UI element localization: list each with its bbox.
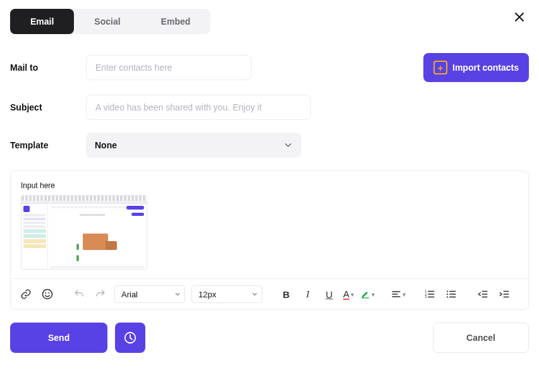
- highlighter-icon: [360, 289, 370, 299]
- template-label: Template: [10, 140, 73, 150]
- svg-point-1: [45, 292, 47, 294]
- chevron-down-icon: ▾: [372, 291, 375, 298]
- clock-icon: [123, 331, 137, 345]
- mail-to-label: Mail to: [10, 62, 73, 73]
- template-select[interactable]: None: [86, 133, 301, 158]
- cancel-button[interactable]: Cancel: [433, 323, 529, 353]
- editor-container: Input here: [10, 170, 529, 310]
- close-button[interactable]: [511, 9, 528, 25]
- italic-button[interactable]: I: [300, 287, 315, 302]
- svg-rect-3: [361, 297, 369, 298]
- template-row: Template None: [10, 133, 529, 158]
- ordered-list-button[interactable]: 123: [422, 287, 437, 302]
- chevron-down-icon: [174, 291, 181, 297]
- thumb-main: [48, 204, 147, 269]
- tab-embed[interactable]: Embed: [141, 9, 211, 34]
- footer-actions: Send Cancel: [10, 323, 529, 353]
- chevron-down-icon: [251, 291, 258, 297]
- redo-icon: [95, 288, 106, 300]
- chevron-down-icon: [284, 141, 293, 150]
- link-button[interactable]: [18, 287, 33, 302]
- template-selected-value: None: [95, 140, 117, 150]
- emoji-button[interactable]: [40, 287, 55, 302]
- indent-button[interactable]: [497, 287, 512, 302]
- unordered-list-button[interactable]: [444, 287, 459, 302]
- editor-placeholder: Input here: [21, 181, 518, 190]
- text-color-icon: A: [343, 289, 349, 300]
- mail-to-input[interactable]: [86, 55, 251, 80]
- align-left-icon: [391, 289, 401, 299]
- subject-input[interactable]: [86, 95, 311, 120]
- bold-button[interactable]: B: [279, 287, 294, 302]
- tab-social[interactable]: Social: [74, 9, 140, 34]
- import-contacts-label: Import contacts: [452, 62, 519, 73]
- highlight-button[interactable]: ▾: [360, 287, 375, 302]
- close-icon: [514, 11, 525, 23]
- video-thumbnail[interactable]: [21, 195, 147, 270]
- mail-to-row: Mail to + Import contacts: [10, 53, 529, 82]
- schedule-button[interactable]: [115, 323, 145, 353]
- svg-text:3: 3: [425, 295, 427, 299]
- svg-point-7: [447, 290, 448, 292]
- undo-icon: [73, 288, 85, 300]
- indent-icon: [499, 288, 510, 300]
- smile-icon: [41, 288, 54, 300]
- align-button[interactable]: ▾: [391, 287, 406, 302]
- subject-row: Subject: [10, 95, 529, 120]
- import-contacts-button[interactable]: + Import contacts: [423, 53, 529, 82]
- outdent-button[interactable]: [475, 287, 490, 302]
- redo-button[interactable]: [93, 287, 108, 302]
- underline-button[interactable]: U: [322, 287, 337, 302]
- underline-icon: U: [326, 289, 333, 300]
- svg-point-0: [43, 290, 52, 299]
- send-button[interactable]: Send: [10, 323, 107, 353]
- svg-point-9: [447, 296, 448, 297]
- chevron-down-icon: ▾: [351, 291, 354, 298]
- undo-button[interactable]: [71, 287, 87, 302]
- bold-icon: B: [283, 289, 290, 300]
- svg-point-8: [447, 294, 448, 295]
- outdent-icon: [477, 288, 488, 300]
- list-ul-icon: [445, 288, 457, 300]
- font-select[interactable]: Arial: [114, 285, 185, 303]
- editor-body[interactable]: Input here: [11, 171, 528, 278]
- font-value: Arial: [121, 290, 138, 299]
- text-color-button[interactable]: A ▾: [343, 287, 354, 302]
- tab-email[interactable]: Email: [10, 9, 74, 34]
- subject-label: Subject: [10, 102, 73, 112]
- plus-square-icon: +: [433, 61, 447, 74]
- list-ol-icon: 123: [424, 288, 435, 300]
- italic-icon: I: [306, 289, 310, 300]
- font-size-select[interactable]: 12px: [191, 285, 262, 303]
- editor-toolbar: Arial 12px B I U A ▾ ▾ ▾ 123: [11, 278, 528, 309]
- link-icon: [20, 288, 32, 300]
- svg-point-2: [49, 292, 50, 294]
- share-tabs: Email Social Embed: [10, 9, 210, 34]
- thumb-sidebar: [21, 204, 48, 269]
- thumb-browser-tabs: [21, 196, 147, 201]
- font-size-value: 12px: [198, 290, 216, 299]
- chevron-down-icon: ▾: [403, 291, 406, 298]
